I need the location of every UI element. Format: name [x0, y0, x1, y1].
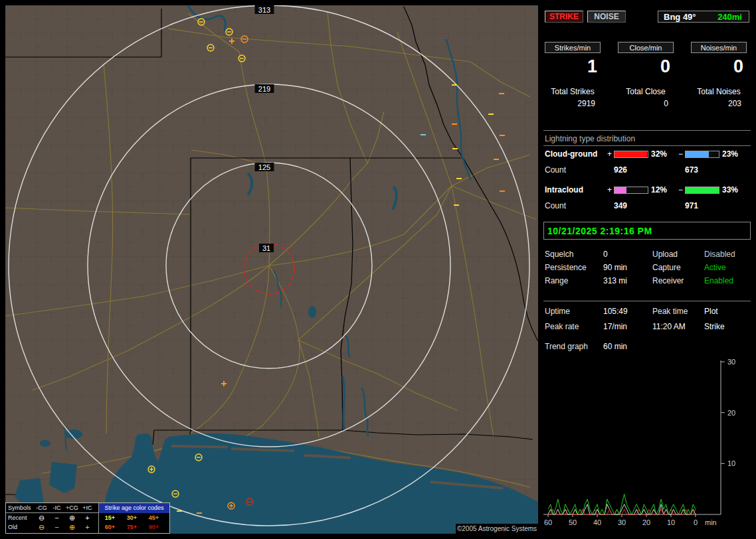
cg-negative-bar — [685, 151, 719, 158]
ic-neg-recent-icon: − — [49, 514, 64, 522]
bearing-range-display[interactable]: Bng 49° 240mi — [658, 11, 749, 23]
ic-positive-bar — [614, 187, 648, 194]
datetime-display: 10/21/2025 2:19:16 PM — [543, 222, 751, 240]
legend-symbols-section: Symbols -CG -IC +CG +IC Recent ⊖ − ⊕ + O… — [6, 503, 99, 533]
cg-neg-old-icon: ⊖ — [34, 524, 49, 531]
svg-text:219: 219 — [258, 85, 270, 93]
separator — [543, 130, 751, 131]
ic-positive-pct: 12% — [651, 185, 667, 194]
ic-positive-count: 349 — [614, 201, 627, 210]
legend-old-label: Old — [6, 524, 34, 530]
uptime-value: 105:49 — [603, 307, 628, 316]
legend-col-cg-pos: +CG — [64, 504, 80, 511]
noises-per-min-value: 0 — [691, 56, 747, 77]
svg-text:60: 60 — [544, 518, 552, 526]
total-strikes-value: 2919 — [545, 99, 601, 108]
legend-age-title: Strike age color codes — [99, 503, 169, 513]
cg-neg-recent-icon: ⊖ — [34, 514, 49, 522]
range-readout: 240mi — [717, 12, 742, 22]
trend-graph-label: Trend graph — [545, 342, 588, 351]
bearing-readout: Bng 49° — [664, 12, 696, 22]
svg-text:30: 30 — [727, 358, 735, 366]
strike-mode-button[interactable]: STRIKE — [545, 11, 583, 23]
legend-age-section: Strike age color codes 15+ 30+ 45+ 60+ 7… — [99, 503, 169, 533]
age-60: 60+ — [99, 524, 121, 530]
legend-col-ic-neg: -IC — [49, 504, 64, 511]
svg-text:31: 31 — [262, 244, 270, 252]
squelch-value: 0 — [603, 250, 608, 259]
strike-legend: Symbols -CG -IC +CG +IC Recent ⊖ − ⊕ + O… — [5, 502, 170, 534]
capture-status: Active — [704, 263, 726, 272]
total-noises-value: 203 — [691, 99, 747, 108]
svg-text:20: 20 — [727, 409, 735, 417]
separator — [543, 145, 751, 146]
ic-pos-old-icon: + — [80, 524, 95, 531]
svg-text:125: 125 — [258, 163, 270, 171]
svg-text:20: 20 — [642, 518, 650, 526]
copyright-text: ©2005 Astrogenic Systems — [456, 524, 538, 534]
legend-col-ic-pos: +IC — [80, 504, 95, 511]
legend-symbols-title: Symbols — [6, 504, 34, 511]
cloud-ground-label: Cloud-ground — [545, 149, 597, 159]
legend-col-cg-neg: -CG — [34, 504, 49, 511]
total-close-value: 0 — [618, 99, 674, 108]
ic-minus-sign: − — [678, 185, 683, 194]
age-75: 75+ — [121, 524, 143, 530]
age-30: 30+ — [121, 514, 143, 521]
total-strikes-label: Total Strikes — [545, 87, 601, 96]
strikes-per-min-value: 1 — [545, 56, 601, 77]
range-label: Range — [545, 276, 568, 285]
ic-positive-bar-fill — [614, 187, 626, 193]
peak-rate-value: 17/min — [603, 322, 627, 331]
status-panel: STRIKE NOISE Bng 49° 240mi Strikes/min C… — [543, 0, 751, 539]
ic-negative-pct: 33% — [722, 185, 738, 194]
cg-minus-sign: − — [678, 149, 683, 159]
persistence-value: 90 min — [603, 263, 627, 272]
ic-negative-bar — [685, 187, 719, 194]
ic-neg-old-icon: − — [49, 524, 64, 531]
legend-recent-label: Recent — [6, 514, 34, 521]
cg-negative-bar-fill — [686, 151, 709, 157]
close-per-min-header: Close/min — [618, 42, 674, 53]
svg-text:10: 10 — [727, 459, 735, 467]
close-per-min-value: 0 — [618, 56, 674, 77]
age-15: 15+ — [99, 514, 121, 521]
map-svg[interactable]: 31321912531 — [5, 5, 538, 534]
upload-status: Disabled — [704, 250, 735, 259]
receiver-label: Receiver — [652, 276, 684, 285]
intracloud-label: Intracloud — [545, 185, 583, 194]
cg-positive-bar-fill — [614, 151, 647, 157]
total-close-label: Total Close — [618, 87, 674, 96]
ic-negative-count: 971 — [685, 201, 698, 210]
total-noises-label: Total Noises — [691, 87, 747, 96]
uptime-label: Uptime — [545, 307, 570, 316]
ic-pos-recent-icon: + — [80, 514, 95, 522]
separator — [543, 301, 751, 301]
svg-text:min: min — [705, 518, 717, 526]
peak-rate-label: Peak rate — [545, 322, 579, 331]
cg-positive-pct: 32% — [651, 149, 667, 159]
noise-mode-button[interactable]: NOISE — [587, 11, 626, 23]
svg-text:10: 10 — [667, 518, 675, 526]
ic-count-label: Count — [545, 201, 566, 210]
cg-count-label: Count — [545, 165, 566, 175]
receiver-status: Enabled — [704, 276, 733, 285]
cg-pos-old-icon: ⊕ — [64, 524, 80, 531]
cg-positive-bar — [614, 151, 648, 158]
cg-negative-pct: 23% — [722, 149, 738, 159]
svg-text:40: 40 — [593, 518, 601, 526]
ic-plus-sign: + — [607, 185, 612, 194]
strikes-per-min-header: Strikes/min — [545, 42, 601, 53]
age-45: 45+ — [143, 514, 165, 521]
peak-time-label: Peak time — [652, 307, 688, 316]
trend-graph-window: 60 min — [603, 342, 627, 351]
cg-negative-count: 673 — [685, 165, 698, 175]
plot-mode-value: Strike — [704, 322, 725, 331]
plot-label: Plot — [704, 307, 718, 316]
svg-text:50: 50 — [569, 518, 577, 526]
cg-plus-sign: + — [607, 149, 612, 159]
cg-pos-recent-icon: ⊕ — [64, 514, 80, 522]
lightning-map[interactable]: 31321912531 Symbols -CG -IC +CG +IC Rece… — [5, 5, 538, 534]
age-90: 90+ — [143, 524, 165, 530]
svg-text:0: 0 — [694, 518, 698, 526]
